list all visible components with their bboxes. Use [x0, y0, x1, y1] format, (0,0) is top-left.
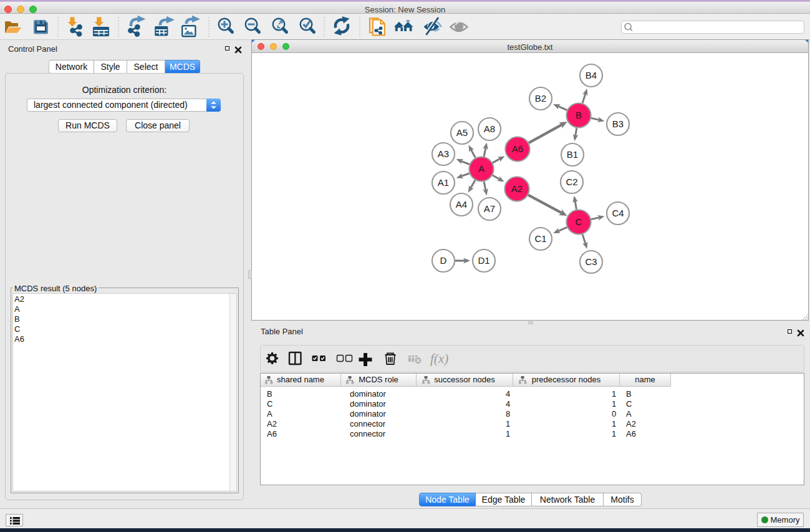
svg-text:C: C: [576, 216, 582, 227]
svg-text:A1: A1: [438, 177, 449, 188]
svg-text:f(x): f(x): [430, 351, 448, 366]
svg-text:B3: B3: [612, 118, 624, 129]
svg-text:D: D: [440, 255, 447, 266]
svg-text:B: B: [576, 110, 582, 120]
svg-text:A8: A8: [484, 123, 495, 134]
svg-text:A3: A3: [438, 148, 449, 159]
svg-text:B4: B4: [586, 70, 597, 80]
svg-text:C4: C4: [612, 208, 624, 218]
svg-text:A5: A5: [456, 127, 468, 138]
svg-text:D1: D1: [478, 255, 489, 266]
svg-text:B1: B1: [567, 149, 578, 160]
svg-text:C2: C2: [566, 177, 577, 187]
svg-text:C1: C1: [534, 233, 546, 244]
svg-text:A7: A7: [484, 203, 495, 214]
svg-text:C3: C3: [585, 256, 597, 267]
svg-text:A6: A6: [512, 143, 523, 154]
svg-text:A2: A2: [511, 183, 523, 194]
svg-text:B2: B2: [535, 93, 546, 104]
svg-text:A: A: [478, 163, 485, 174]
svg-text:A4: A4: [456, 199, 467, 210]
